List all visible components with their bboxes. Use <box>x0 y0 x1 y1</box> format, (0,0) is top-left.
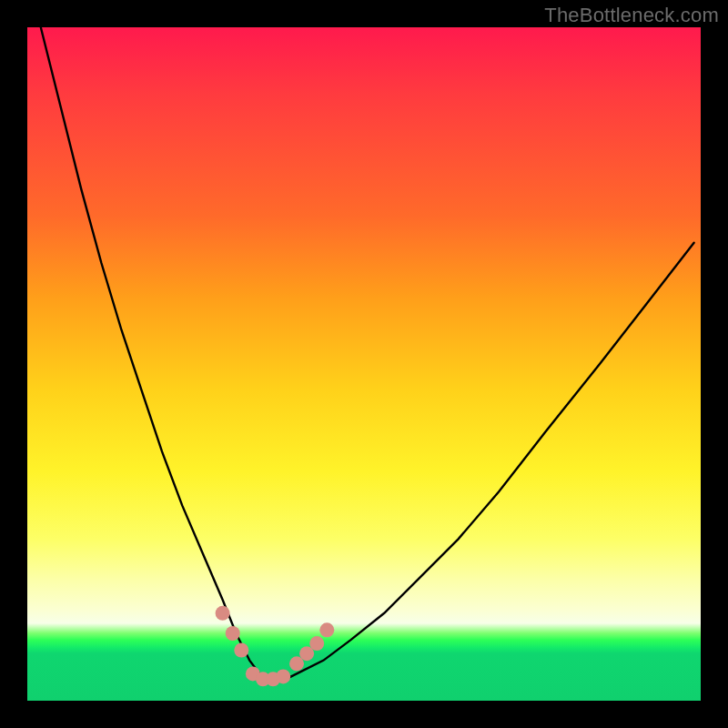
curve-layer <box>27 27 701 701</box>
floor-dots-point <box>276 669 290 683</box>
watermark-label: TheBottleneck.com <box>544 4 719 27</box>
left-dots-point <box>226 626 240 641</box>
marker-layer <box>216 606 335 687</box>
left-dots-point <box>234 643 248 658</box>
right-dots-point <box>309 636 324 651</box>
chart-frame: TheBottleneck.com <box>0 0 728 728</box>
right-dots-point <box>319 622 334 637</box>
bottleneck-curve <box>41 27 694 681</box>
plot-area <box>27 27 701 701</box>
left-dots-point <box>216 606 230 621</box>
